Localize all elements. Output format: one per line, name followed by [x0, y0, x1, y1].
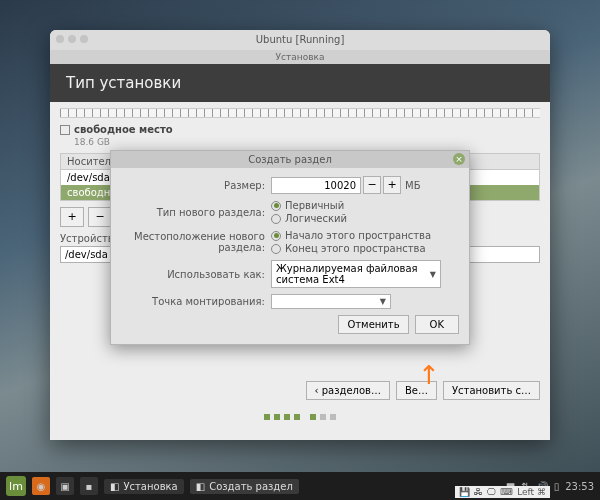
- firefox-icon[interactable]: ◉: [32, 477, 50, 495]
- mount-point-select[interactable]: ▼: [271, 294, 391, 309]
- capture-icon: ⌨: [500, 487, 513, 497]
- radio-end[interactable]: Конец этого пространства: [271, 243, 431, 254]
- forward-button[interactable]: Ве…: [396, 381, 437, 400]
- filesystem-value: Журналируемая файловая система Ext4: [276, 263, 430, 285]
- terminal-icon[interactable]: ▪: [80, 477, 98, 495]
- vm-title: Ubuntu [Running]: [256, 34, 345, 45]
- battery-icon[interactable]: ▯: [554, 481, 560, 492]
- type-label: Тип нового раздела:: [121, 207, 271, 218]
- add-partition-button[interactable]: +: [60, 207, 84, 227]
- partition-ruler: [60, 108, 540, 118]
- location-label: Местоположение нового раздела:: [121, 231, 271, 253]
- traffic-close-icon[interactable]: [56, 35, 64, 43]
- radio-icon: [271, 244, 281, 254]
- progress-dots: [50, 405, 550, 424]
- traffic-max-icon[interactable]: [80, 35, 88, 43]
- traffic-min-icon[interactable]: [68, 35, 76, 43]
- cancel-button[interactable]: Отменить: [338, 315, 408, 334]
- radio-primary[interactable]: Первичный: [271, 200, 347, 211]
- radio-icon: [271, 201, 281, 211]
- host-key-label: Left ⌘: [517, 487, 546, 497]
- size-increase-button[interactable]: +: [383, 176, 401, 194]
- chevron-down-icon: ▼: [380, 297, 386, 306]
- free-space-size: 18.6 GB: [74, 137, 540, 147]
- mount-label: Точка монтирования:: [121, 296, 271, 307]
- taskbar-task[interactable]: ◧ Создать раздел: [190, 479, 299, 494]
- vm-titlebar: Ubuntu [Running]: [50, 30, 550, 50]
- filesystem-select[interactable]: Журналируемая файловая система Ext4 ▼: [271, 260, 441, 288]
- display-icon: 🖵: [487, 487, 496, 497]
- back-button[interactable]: ‹ разделов…: [306, 381, 390, 400]
- dialog-title: Создать раздел ×: [111, 151, 469, 168]
- network-icon: 🖧: [474, 487, 483, 497]
- remove-partition-button[interactable]: −: [88, 207, 112, 227]
- vm-status-bar: 💾 🖧 🖵 ⌨ Left ⌘: [455, 486, 550, 498]
- files-icon[interactable]: ▣: [56, 477, 74, 495]
- size-label: Размер:: [121, 180, 271, 191]
- size-input[interactable]: [271, 177, 361, 194]
- window-icon: ◧: [110, 481, 119, 492]
- clock[interactable]: 23:53: [565, 481, 594, 492]
- close-icon[interactable]: ×: [453, 153, 465, 165]
- ok-button[interactable]: OK: [415, 315, 459, 334]
- install-button[interactable]: Установить с…: [443, 381, 540, 400]
- page-title: Тип установки: [50, 64, 550, 102]
- start-menu-button[interactable]: lm: [6, 476, 26, 496]
- use-as-label: Использовать как:: [121, 269, 271, 280]
- installer-header: Установка: [50, 50, 550, 64]
- radio-icon: [271, 231, 281, 241]
- size-decrease-button[interactable]: −: [363, 176, 381, 194]
- chevron-down-icon: ▼: [430, 270, 436, 279]
- size-unit: МБ: [405, 180, 421, 191]
- taskbar-task[interactable]: ◧ Установка: [104, 479, 184, 494]
- radio-icon: [271, 214, 281, 224]
- free-space-label: свободное место: [74, 124, 173, 135]
- window-icon: ◧: [196, 481, 205, 492]
- disk-icon: 💾: [459, 487, 470, 497]
- free-space-checkbox[interactable]: [60, 125, 70, 135]
- create-partition-dialog: Создать раздел × Размер: − + МБ Тип ново…: [110, 150, 470, 345]
- radio-logical[interactable]: Логический: [271, 213, 347, 224]
- radio-begin[interactable]: Начало этого пространства: [271, 230, 431, 241]
